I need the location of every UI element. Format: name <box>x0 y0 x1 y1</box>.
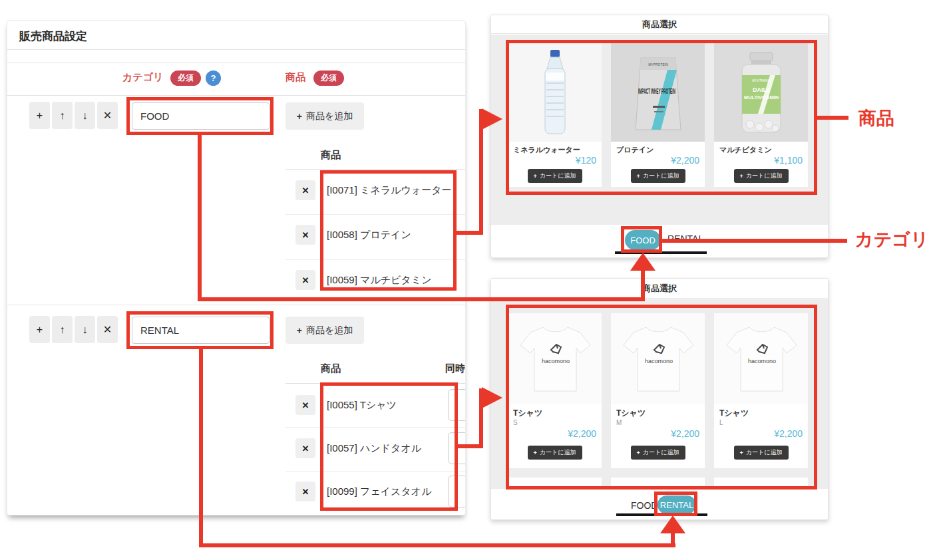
plus-icon: + <box>637 173 640 180</box>
product-size: S <box>513 419 518 426</box>
annotation-connector <box>479 388 483 448</box>
product-column-label: 商品 <box>285 71 305 84</box>
category-column-label: カテゴリ <box>122 71 163 84</box>
add-to-cart-button[interactable]: + カートに追加 <box>528 446 582 460</box>
rental-table-product-header: 商品 <box>321 362 341 375</box>
product-image-water-bottle <box>508 43 602 142</box>
tab-indicator-bar <box>615 251 707 254</box>
category-required-badge: 必須 <box>170 70 201 86</box>
product-required-badge: 必須 <box>313 70 344 86</box>
product-select-panel-food: 商品選択 ミネラルウォーター ¥120 + カートに追加 <box>490 15 829 258</box>
add-product-button-rental[interactable]: + 商品を追加 <box>285 317 364 344</box>
item-label: [I0071] ミネラルウォーター <box>327 184 452 197</box>
quantity-input[interactable] <box>448 432 466 464</box>
next-row-card-peek <box>611 478 705 489</box>
divider <box>285 471 466 472</box>
plus-icon: + <box>534 450 537 456</box>
tab-rental[interactable]: RENTAL <box>657 495 696 514</box>
divider <box>285 259 466 260</box>
product-price: ¥2,200 <box>774 428 803 439</box>
plus-icon: + <box>740 173 743 180</box>
add-row-button[interactable]: + <box>29 102 50 129</box>
add-product-button-food[interactable]: + 商品を追加 <box>285 102 364 130</box>
product-name: Tシャツ <box>719 408 749 419</box>
product-name: ミネラルウォーター <box>513 145 580 155</box>
panel-title: 商品選択 <box>491 279 828 299</box>
product-price: ¥2,200 <box>568 428 596 439</box>
tshirt-logo-text: hacomono <box>747 358 775 364</box>
remove-item-button[interactable]: ✕ <box>295 395 315 415</box>
add-to-cart-label: カートに追加 <box>746 172 783 180</box>
divider <box>7 95 466 96</box>
remove-item-button[interactable]: ✕ <box>295 270 315 290</box>
add-to-cart-label: カートに追加 <box>746 448 783 457</box>
sales-product-settings-panel: 販売商品設定 カテゴリ 必須 ? 商品 必須 + ↑ ↓ ✕ + 商品を追加 商… <box>7 20 466 515</box>
remove-item-button[interactable]: ✕ <box>295 180 315 200</box>
product-card: hacomono Tシャツ M ¥2,200 + カートに追加 <box>611 313 705 468</box>
tab-indicator-bar <box>616 513 707 516</box>
product-name: Tシャツ <box>513 408 542 419</box>
annotation-label-product: 商品 <box>858 106 894 130</box>
quantity-input[interactable] <box>448 389 466 421</box>
divider <box>285 383 466 384</box>
plus-icon: + <box>297 325 302 336</box>
category-name-input-food[interactable] <box>132 102 270 130</box>
add-to-cart-button[interactable]: + カートに追加 <box>734 169 789 183</box>
product-image-vitamin-jar: MYVITAMINS DAILY MULTIVITAMIN <box>714 43 808 142</box>
product-card: MYPROTEIN IMPACT WHEY PROTEIN プロテイン ¥2,2… <box>611 43 705 187</box>
add-to-cart-button[interactable]: + カートに追加 <box>734 446 789 460</box>
remove-item-button[interactable]: ✕ <box>295 225 315 245</box>
product-price: ¥120 <box>576 155 596 166</box>
divider <box>285 214 466 215</box>
add-to-cart-label: カートに追加 <box>540 448 576 457</box>
divider <box>7 305 466 305</box>
quantity-input[interactable] <box>448 476 466 507</box>
tshirt-logo-text: hacomono <box>644 358 672 364</box>
annotation-label-category: カテゴリ <box>855 227 929 251</box>
add-to-cart-button[interactable]: + カートに追加 <box>631 169 685 183</box>
add-to-cart-button[interactable]: + カートに追加 <box>528 169 582 183</box>
product-image-protein-bag: MYPROTEIN IMPACT WHEY PROTEIN <box>611 43 705 142</box>
rental-table-truncated-header: 同時 <box>445 362 465 375</box>
add-product-label: 商品を追加 <box>306 325 353 337</box>
plus-icon: + <box>637 450 640 456</box>
tab-food[interactable]: FOOD <box>631 500 657 511</box>
tshirt-logo-text: hacomono <box>541 358 569 364</box>
product-card: hacomono Tシャツ L ¥2,200 + カートに追加 <box>714 313 808 468</box>
product-price: ¥1,100 <box>774 155 803 166</box>
move-down-button[interactable]: ↓ <box>75 102 95 129</box>
product-name: Tシャツ <box>616 408 646 419</box>
remove-item-button[interactable]: ✕ <box>295 482 315 501</box>
add-row-button[interactable]: + <box>29 316 50 343</box>
product-card: hacomono Tシャツ S ¥2,200 + カートに追加 <box>508 313 602 468</box>
move-up-button[interactable]: ↑ <box>52 316 73 343</box>
vitamin-title-line1: DAILY <box>752 86 769 93</box>
food-row-controls: + ↑ ↓ ✕ <box>29 102 118 129</box>
divider <box>285 427 466 428</box>
product-price: ¥2,200 <box>671 428 699 439</box>
remove-item-button[interactable]: ✕ <box>295 438 315 458</box>
product-image-tshirt: hacomono <box>508 313 602 404</box>
tab-rental[interactable]: RENTAL <box>667 233 703 244</box>
tab-food[interactable]: FOOD <box>625 230 661 250</box>
help-icon[interactable]: ? <box>206 70 221 86</box>
product-image-tshirt: hacomono <box>714 313 808 404</box>
add-to-cart-button[interactable]: + カートに追加 <box>631 446 685 460</box>
food-table-product-header: 商品 <box>321 149 341 162</box>
protein-title-text: IMPACT WHEY PROTEIN <box>638 87 675 95</box>
rental-row-controls: + ↑ ↓ ✕ <box>29 316 118 343</box>
product-size: L <box>719 419 723 426</box>
annotation-connector <box>199 543 675 547</box>
move-up-button[interactable]: ↑ <box>52 102 73 129</box>
next-row-card-peek <box>714 478 808 489</box>
product-size: M <box>616 419 622 426</box>
add-to-cart-label: カートに追加 <box>643 172 679 180</box>
delete-row-button[interactable]: ✕ <box>97 102 118 129</box>
item-label: [I0059] マルチビタミン <box>327 274 432 287</box>
plus-icon: + <box>534 173 537 180</box>
move-down-button[interactable]: ↓ <box>75 316 95 343</box>
delete-row-button[interactable]: ✕ <box>97 316 118 343</box>
product-name: プロテイン <box>616 145 654 155</box>
category-name-input-rental[interactable] <box>132 317 270 344</box>
plus-icon: + <box>297 111 302 122</box>
